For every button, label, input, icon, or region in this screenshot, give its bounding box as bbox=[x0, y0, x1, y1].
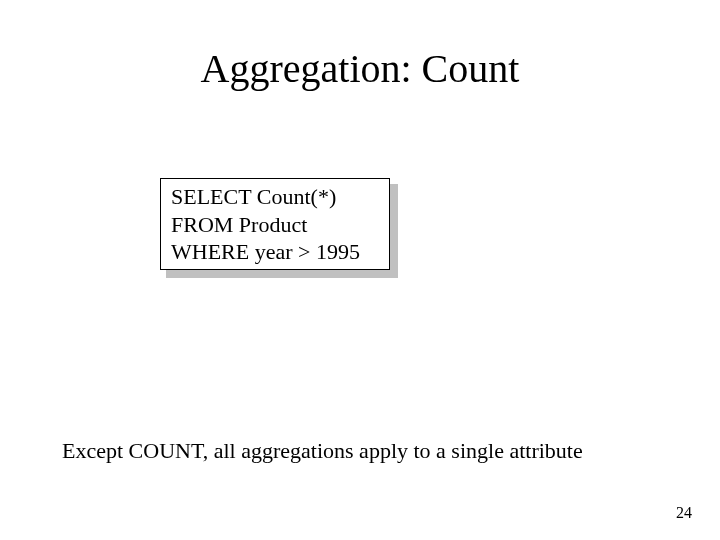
code-box: SELECT Count(*) FROM Product WHERE year … bbox=[160, 178, 390, 270]
code-line-3: WHERE year > 1995 bbox=[171, 238, 379, 266]
code-line-1: SELECT Count(*) bbox=[171, 183, 379, 211]
sql-code-block: SELECT Count(*) FROM Product WHERE year … bbox=[160, 178, 390, 270]
slide: Aggregation: Count SELECT Count(*) FROM … bbox=[0, 0, 720, 540]
code-text: Count(*) bbox=[251, 184, 336, 209]
page-title: Aggregation: Count bbox=[0, 45, 720, 92]
keyword-select: SELECT bbox=[171, 184, 251, 209]
keyword-from: FROM bbox=[171, 212, 233, 237]
page-number: 24 bbox=[676, 504, 692, 522]
code-line-2: FROM Product bbox=[171, 211, 379, 239]
code-text: Product bbox=[233, 212, 307, 237]
slide-note: Except COUNT, all aggregations apply to … bbox=[62, 438, 583, 464]
keyword-where: WHERE bbox=[171, 239, 249, 264]
code-text: year > 1995 bbox=[249, 239, 360, 264]
